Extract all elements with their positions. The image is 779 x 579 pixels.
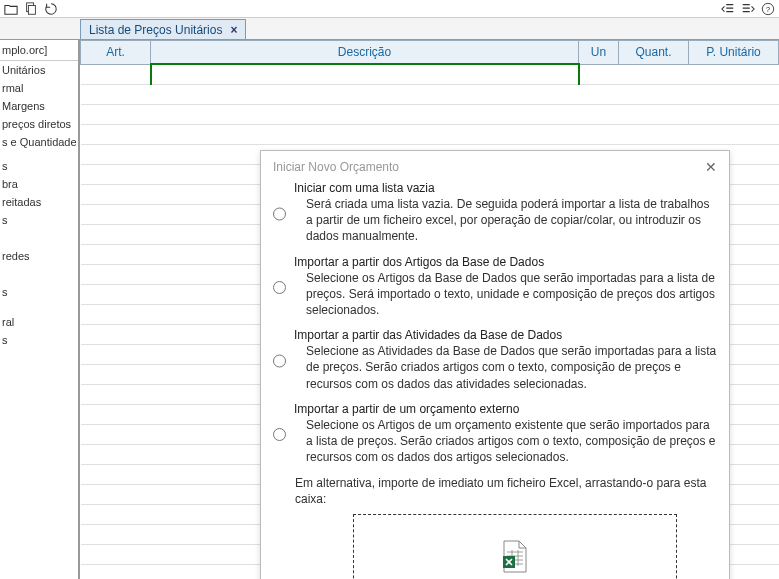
refresh-icon[interactable] (44, 2, 58, 16)
dialog-alt-text: Em alternativa, importe de imediato um f… (295, 475, 717, 507)
table-row[interactable] (81, 84, 779, 104)
option-radio[interactable] (273, 257, 286, 319)
col-header-punit[interactable]: P. Unitário (689, 41, 779, 65)
outdent-icon[interactable] (721, 2, 735, 16)
indent-icon[interactable] (741, 2, 755, 16)
new-budget-dialog: Iniciar Novo Orçamento ✕ Iniciar com uma… (260, 150, 730, 579)
dialog-option[interactable]: Importar a partir das Atividades da Base… (273, 328, 717, 392)
sidebar-item[interactable]: Margens (0, 97, 78, 115)
tab-label: Lista de Preços Unitários (89, 23, 222, 37)
dialog-title: Iniciar Novo Orçamento (273, 160, 399, 174)
sidebar-item[interactable]: preços diretos (0, 115, 78, 133)
option-label: Importar a partir dos Artigos da Base de… (294, 255, 717, 269)
tab-price-list[interactable]: Lista de Preços Unitários × (80, 19, 246, 39)
svg-text:?: ? (766, 4, 771, 13)
option-radio[interactable] (273, 183, 286, 245)
sidebar: mplo.orc] UnitáriosrmalMargenspreços dir… (0, 40, 80, 579)
sidebar-item[interactable]: s (0, 211, 78, 229)
table-row[interactable] (81, 124, 779, 144)
sidebar-item[interactable]: s (0, 331, 78, 349)
col-header-un[interactable]: Un (579, 41, 619, 65)
sidebar-item[interactable]: bra (0, 175, 78, 193)
svg-rect-1 (28, 5, 35, 14)
col-header-desc[interactable]: Descrição (151, 41, 579, 65)
col-header-art[interactable]: Art. (81, 41, 151, 65)
copy-icon[interactable] (24, 2, 38, 16)
option-radio[interactable] (273, 404, 286, 466)
dialog-option[interactable]: Iniciar com uma lista vaziaSerá criada u… (273, 181, 717, 245)
dialog-option[interactable]: Importar a partir dos Artigos da Base de… (273, 255, 717, 319)
sidebar-item[interactable]: s e Quantidade (0, 133, 78, 151)
col-header-quant[interactable]: Quant. (619, 41, 689, 65)
option-desc: Selecione os Artigos de um orçamento exi… (306, 417, 717, 466)
table-row[interactable] (81, 64, 779, 84)
excel-dropzone[interactable] (353, 514, 677, 579)
option-radio[interactable] (273, 330, 286, 392)
close-icon[interactable]: × (230, 23, 237, 37)
sidebar-item[interactable]: rmal (0, 79, 78, 97)
sidebar-item[interactable]: ral (0, 313, 78, 331)
option-desc: Selecione os Artigos da Base de Dados qu… (306, 270, 717, 319)
sidebar-item[interactable]: Unitários (0, 61, 78, 79)
option-label: Importar a partir das Atividades da Base… (294, 328, 717, 342)
help-icon[interactable]: ? (761, 2, 775, 16)
sidebar-item[interactable]: s (0, 283, 78, 301)
sidebar-item[interactable]: redes (0, 247, 78, 265)
table-row[interactable] (81, 104, 779, 124)
sidebar-item[interactable]: s (0, 157, 78, 175)
dialog-close-icon[interactable]: ✕ (705, 159, 717, 175)
sidebar-item[interactable]: reitadas (0, 193, 78, 211)
sidebar-file-label: mplo.orc] (0, 40, 78, 61)
option-label: Iniciar com uma lista vazia (294, 181, 717, 195)
dialog-option[interactable]: Importar a partir de um orçamento extern… (273, 402, 717, 466)
option-label: Importar a partir de um orçamento extern… (294, 402, 717, 416)
toolbar: ? (0, 0, 779, 18)
option-desc: Será criada uma lista vazia. De seguida … (306, 196, 717, 245)
tab-bar: Lista de Preços Unitários × (0, 18, 779, 40)
option-desc: Selecione as Atividades da Base de Dados… (306, 343, 717, 392)
excel-file-icon (501, 540, 529, 577)
grid-area: Art. Descrição Un Quant. P. Unitário Ini… (80, 40, 779, 579)
folder-icon[interactable] (4, 2, 18, 16)
